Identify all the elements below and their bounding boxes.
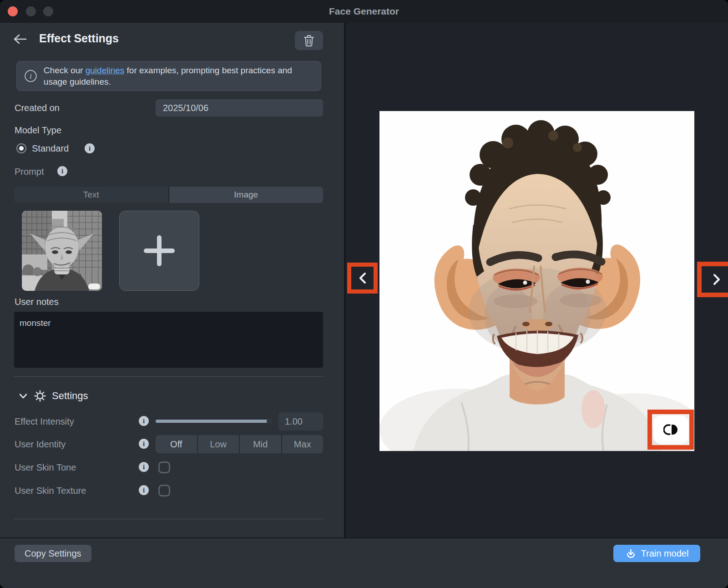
titlebar: Face Generator (0, 0, 728, 23)
created-on-field[interactable]: 2025/10/06 (156, 99, 323, 117)
user-notes-input[interactable]: monster (14, 312, 323, 368)
effect-intensity-value[interactable]: 1.00 (278, 412, 323, 431)
prompt-label: Prompt (15, 167, 44, 177)
delete-button[interactable] (295, 31, 323, 50)
window-title: Face Generator (0, 0, 728, 23)
tab-text[interactable]: Text (14, 187, 168, 203)
slider-knob[interactable] (267, 418, 273, 424)
settings-section-header[interactable]: Settings (18, 390, 88, 402)
prev-image-annotation (347, 263, 378, 294)
elf-face-illustration (379, 111, 694, 451)
preview-panel (346, 23, 728, 537)
banner-text: Check our guidelines for examples, promp… (44, 65, 313, 87)
effect-intensity-label: Effect Intensity (15, 416, 74, 427)
prompt-tabs: Text Image (14, 187, 323, 203)
model-type-label: Model Type (15, 125, 61, 136)
effect-intensity-slider[interactable] (156, 420, 272, 423)
compare-toggle-annotation (647, 410, 694, 450)
user-skin-texture-label: User Skin Texture (15, 486, 86, 496)
user-identity-segmented-control: Off Low Mid Max (156, 435, 323, 453)
user-identity-label: User Identity (15, 439, 66, 450)
panel-title: Effect Settings (39, 32, 119, 45)
train-model-label: Train model (641, 548, 689, 559)
arrow-left-icon (13, 34, 27, 45)
user-notes-label: User notes (15, 297, 59, 307)
monster-city-thumbnail-image (22, 211, 102, 291)
user-skin-texture-info-icon[interactable]: i (139, 485, 149, 495)
copy-settings-button[interactable]: Copy Settings (15, 545, 91, 562)
user-skin-tone-info-icon[interactable]: i (139, 462, 149, 472)
prev-image-button[interactable] (351, 267, 374, 289)
svg-text:i: i (30, 72, 31, 80)
divider (14, 519, 323, 519)
footer-bar: Copy Settings Train model (0, 537, 728, 588)
guidelines-link[interactable]: guidelines (86, 66, 125, 75)
back-button[interactable] (11, 30, 29, 48)
identity-option-low[interactable]: Low (198, 435, 239, 453)
info-circle-icon: i (24, 68, 37, 84)
add-prompt-image-button[interactable] (119, 211, 199, 291)
compare-before-after-button[interactable] (653, 416, 688, 444)
divider (14, 376, 323, 377)
gear-icon (34, 390, 46, 402)
app-window: Face Generator Effect Settings (0, 0, 728, 588)
model-type-radio-standard[interactable] (16, 143, 26, 153)
next-image-button[interactable] (702, 266, 728, 293)
settings-title: Settings (52, 390, 88, 402)
user-skin-tone-checkbox[interactable] (158, 461, 170, 473)
identity-option-max[interactable]: Max (282, 435, 324, 453)
prompt-info-icon[interactable]: i (57, 166, 67, 176)
effect-intensity-info-icon[interactable]: i (139, 416, 149, 426)
trash-icon (303, 35, 314, 47)
chevron-down-icon (18, 391, 28, 401)
created-on-label: Created on (15, 103, 60, 113)
user-skin-texture-checkbox[interactable] (158, 485, 170, 497)
chevron-left-icon (358, 272, 368, 284)
next-image-annotation (697, 262, 728, 297)
train-model-button[interactable]: Train model (613, 545, 700, 562)
user-skin-tone-label: User Skin Tone (15, 462, 76, 473)
tab-image[interactable]: Image (169, 187, 324, 203)
model-type-info-icon[interactable]: i (85, 143, 95, 153)
chevron-right-icon (712, 273, 722, 286)
before-after-toggle-icon (663, 423, 678, 436)
identity-option-off[interactable]: Off (156, 435, 197, 453)
identity-option-mid[interactable]: Mid (240, 435, 281, 453)
radio-dot (19, 146, 24, 151)
model-type-option-label: Standard (32, 143, 69, 154)
guidelines-banner: i Check our guidelines for examples, pro… (16, 61, 321, 91)
download-icon (625, 548, 637, 559)
generated-face-image (379, 111, 694, 451)
user-identity-info-icon[interactable]: i (139, 439, 149, 449)
prompt-image-thumbnail[interactable] (22, 211, 102, 291)
plus-icon (144, 235, 175, 266)
effect-settings-panel: Effect Settings i Check our guidelines f… (0, 23, 346, 537)
